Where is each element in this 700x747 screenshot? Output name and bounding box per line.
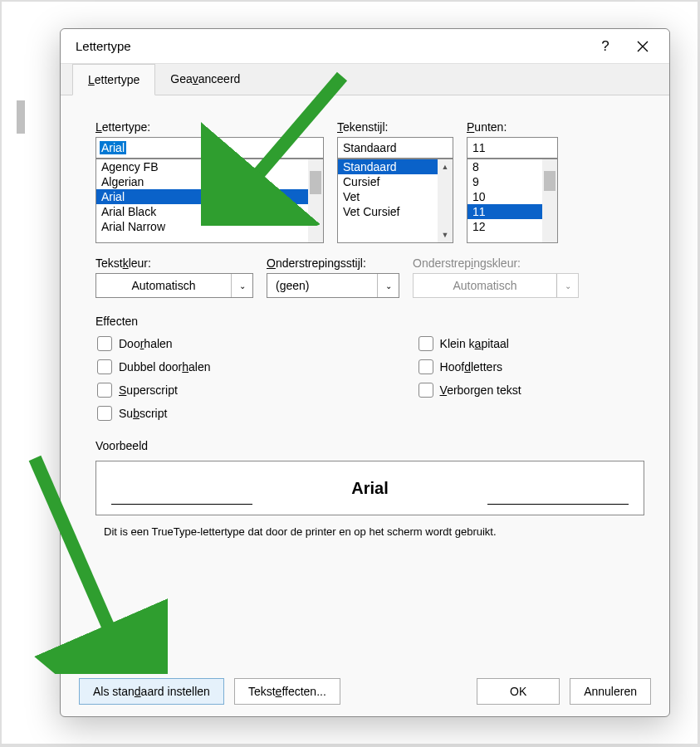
list-item[interactable]: Cursief	[338, 174, 453, 189]
preview-label: Voorbeeld	[95, 439, 644, 452]
checkbox-icon	[419, 359, 433, 374]
effects-label: Effecten	[95, 315, 644, 328]
scroll-thumb[interactable]	[310, 171, 321, 194]
tab-advanced[interactable]: Geavanceerd	[155, 64, 255, 95]
checkbox-icon	[97, 383, 112, 398]
scroll-down-icon[interactable]: ▼	[438, 227, 453, 242]
font-color-label: Tekstkleur:	[95, 256, 253, 270]
list-item[interactable]: Arial Narrow	[96, 219, 323, 234]
scroll-down-icon[interactable]	[308, 227, 323, 242]
font-dialog: Lettertype ? Lettertype Geavanceerd Lett…	[60, 28, 670, 717]
dialog-body: Lettertype: Arial Agency FB Algerian Ari…	[61, 95, 669, 538]
chevron-down-icon: ⌄	[377, 274, 399, 297]
list-item[interactable]: Arial Black	[96, 204, 323, 219]
font-label: Lettertype:	[95, 120, 324, 134]
checkbox-icon	[419, 336, 433, 351]
close-button[interactable]	[626, 34, 659, 59]
dialog-title: Lettertype	[76, 39, 593, 53]
effects-group: Effecten Doorhalen Dubbel doorhalen Supe…	[95, 315, 644, 421]
text-effects-button[interactable]: Teksteffecten...	[234, 678, 340, 705]
size-input[interactable]	[467, 137, 558, 159]
underline-style-label: Onderstrepingsstijl:	[267, 256, 399, 270]
font-input[interactable]: Arial	[95, 137, 324, 159]
font-color-dropdown[interactable]: Automatisch ⌄	[95, 273, 253, 298]
preview-text: Arial	[351, 479, 388, 498]
checkbox-subscript[interactable]: Subscript	[97, 406, 211, 421]
checkbox-icon	[97, 359, 112, 374]
checkbox-double-strike[interactable]: Dubbel doorhalen	[97, 359, 211, 374]
style-listbox[interactable]: Standaard Cursief Vet Vet Cursief ▲ ▼	[337, 159, 453, 243]
list-item[interactable]: Arial	[96, 189, 323, 204]
help-button[interactable]: ?	[593, 38, 618, 55]
list-item[interactable]: Vet	[338, 189, 453, 204]
scroll-thumb[interactable]	[544, 171, 556, 191]
font-description: Dit is een TrueType-lettertype dat door …	[95, 525, 644, 538]
size-label: Punten:	[467, 120, 558, 134]
chevron-down-icon: ⌄	[231, 274, 252, 297]
list-item[interactable]: Algerian	[96, 174, 323, 189]
scroll-down-icon[interactable]	[542, 227, 557, 242]
tab-font[interactable]: Lettertype	[72, 64, 155, 95]
button-row: Als standaard instellen Teksteffecten...…	[61, 666, 669, 716]
preview-group: Voorbeeld Arial	[95, 439, 644, 515]
size-listbox[interactable]: 8 9 10 11 12	[467, 159, 558, 243]
chevron-down-icon: ⌄	[556, 274, 578, 297]
ok-button[interactable]: OK	[477, 678, 560, 705]
close-icon	[637, 41, 649, 52]
underline-style-dropdown[interactable]: (geen) ⌄	[267, 273, 399, 298]
list-item[interactable]: Vet Cursief	[338, 204, 453, 219]
set-default-button[interactable]: Als standaard instellen	[79, 678, 224, 705]
style-label: Tekenstijl:	[337, 120, 453, 134]
scrollbar[interactable]	[542, 159, 557, 242]
checkbox-smallcaps[interactable]: Klein kapitaal	[419, 336, 521, 351]
checkbox-icon	[97, 336, 112, 351]
preview-rule	[487, 504, 629, 505]
document-background: Lettertype ? Lettertype Geavanceerd Lett…	[2, 2, 698, 744]
scroll-up-icon[interactable]: ▲	[438, 159, 453, 174]
titlebar: Lettertype ?	[61, 29, 669, 64]
checkbox-hidden[interactable]: Verborgen tekst	[419, 383, 521, 398]
checkbox-superscript[interactable]: Superscript	[97, 383, 211, 398]
cancel-button[interactable]: Annuleren	[570, 678, 651, 705]
font-listbox[interactable]: Agency FB Algerian Arial Arial Black Ari…	[95, 159, 324, 243]
checkbox-allcaps[interactable]: Hoofdletters	[419, 359, 521, 374]
list-item[interactable]: Standaard	[338, 159, 453, 174]
underline-color-label: Onderstrepingskleur:	[413, 256, 579, 270]
checkbox-icon	[97, 406, 112, 421]
scrollbar[interactable]	[308, 159, 323, 242]
checkbox-strike[interactable]: Doorhalen	[97, 336, 211, 351]
underline-color-dropdown: Automatisch ⌄	[413, 273, 579, 298]
checkbox-icon	[419, 383, 433, 398]
scrollbar[interactable]: ▲ ▼	[438, 159, 453, 242]
tab-strip: Lettertype Geavanceerd	[61, 64, 669, 95]
list-item[interactable]: Agency FB	[96, 159, 323, 174]
style-input[interactable]	[337, 137, 453, 159]
preview-rule	[111, 504, 252, 505]
preview-box: Arial	[95, 461, 644, 515]
side-ruler-tab	[17, 100, 25, 134]
